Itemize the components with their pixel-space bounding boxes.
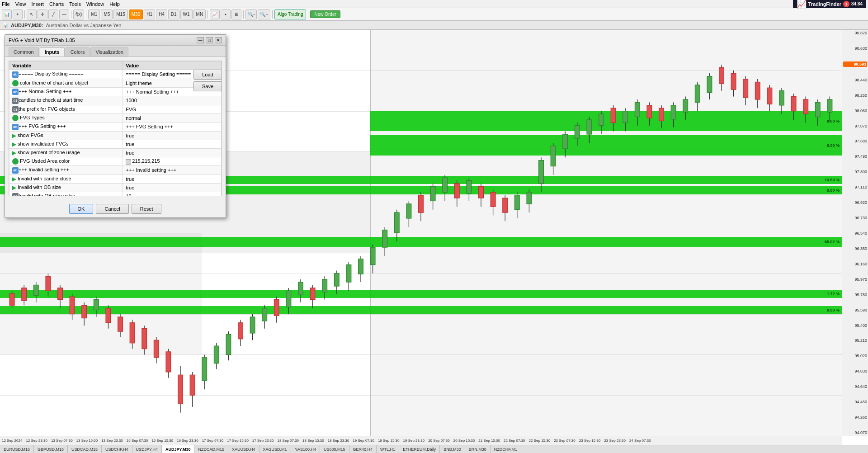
symbol-tab[interactable]: BRN,M30	[465, 445, 491, 453]
value-cell[interactable]: normal	[123, 114, 222, 123]
tf-h4[interactable]: H4	[156, 9, 167, 19]
symbol-tab[interactable]: NZDCAD,M15	[194, 445, 228, 453]
value-cell[interactable]: +++ Invalid setting +++	[123, 166, 222, 175]
symbol-tab[interactable]: US500,M15	[320, 445, 349, 453]
variable-cell: FVG Usded Area color	[9, 157, 123, 165]
tf-d1[interactable]: D1	[168, 9, 179, 19]
dialog-minimize-btn[interactable]: —	[197, 37, 204, 43]
menu-insert[interactable]: Insert	[31, 1, 44, 7]
table-row: FVG Usded Area color215,215,215	[9, 157, 222, 165]
symbol-tab[interactable]: ETHEREUM,Daily	[399, 445, 440, 453]
line-btn[interactable]: ╱	[48, 9, 58, 19]
variable-cell: ▶show percent of zone usage	[9, 148, 123, 157]
variable-cell: ▶Invalid with OB size	[9, 183, 123, 192]
tab-colors[interactable]: Colors	[66, 47, 90, 57]
variable-cell: color theme of chart and object	[9, 79, 123, 87]
new-chart-btn[interactable]: 📊	[2, 9, 12, 19]
dialog-close-btn[interactable]: ✕	[215, 37, 222, 43]
value-cell[interactable]: 1000	[123, 96, 222, 105]
symbol-tab[interactable]: USDJPY,H4	[132, 445, 162, 453]
symbol-tabs: EURUSD,M15GBPUSD,M15USDCAD,M15USDCHF,H4U…	[0, 445, 868, 453]
menu-bar: File View Insert Charts Tools Window Hel…	[0, 0, 868, 8]
load-btn[interactable]: Load	[193, 70, 222, 80]
tf-m30[interactable]: M30	[129, 9, 143, 19]
dialog-overlay: FVG + Void MT By TFlab 1.05 — □ ✕ Common…	[0, 30, 868, 445]
value-cell[interactable]: true	[123, 140, 222, 148]
value-cell[interactable]: true	[123, 175, 222, 183]
tf-m5[interactable]: M5	[101, 9, 113, 19]
symbol-tab[interactable]: USDCHF,H4	[102, 445, 132, 453]
value-cell[interactable]: 215,215,215	[123, 157, 222, 165]
tf-h1[interactable]: H1	[144, 9, 155, 19]
tab-inputs[interactable]: Inputs	[40, 47, 65, 57]
table-row: ab+++ Invalid setting ++++++ Invalid set…	[9, 166, 222, 175]
symbol-tab[interactable]: GER40,H4	[349, 445, 377, 453]
symbol-tab[interactable]: XAGUSD,M1	[259, 445, 291, 453]
tf-m1[interactable]: M1	[88, 9, 100, 19]
table-row: 01the prefix for FVG objectsFVG	[9, 105, 222, 114]
chart-type-btn[interactable]: 📈	[210, 9, 220, 19]
dialog-buttons: OK Cancel Reset	[5, 200, 226, 217]
symbol-tab[interactable]: NZDCHF,M1	[491, 445, 521, 453]
instrument-icon: 📊	[3, 23, 8, 28]
tf-w1[interactable]: W1	[180, 9, 193, 19]
value-cell[interactable]: true	[123, 131, 222, 140]
symbol-tab[interactable]: AUDJPY,M30	[162, 445, 195, 453]
symbol-tab[interactable]: XAUUSD,H4	[228, 445, 259, 453]
table-row: color theme of chart and objectLight the…	[9, 79, 222, 87]
new-order-btn[interactable]: New Order	[310, 10, 340, 18]
variable-cell: ▶show FVGs	[9, 131, 123, 140]
hline-btn[interactable]: —	[59, 9, 69, 19]
settings-table-container[interactable]: Variable Value ab===== Display Setting =…	[9, 61, 222, 196]
dialog-tabs: Common Inputs Colors Visualization	[5, 46, 226, 57]
value-cell[interactable]: 10	[123, 192, 222, 196]
tf-mn[interactable]: MN	[193, 9, 206, 19]
menu-file[interactable]: File	[2, 1, 10, 7]
zoom-out-chart-btn[interactable]: 🔍-	[245, 9, 257, 19]
variable-cell: ab+++ FVG Setting +++	[9, 123, 123, 132]
cancel-btn[interactable]: Cancel	[96, 204, 128, 214]
save-btn[interactable]: Save	[193, 81, 222, 91]
reset-btn[interactable]: Reset	[132, 204, 162, 214]
ok-btn[interactable]: OK	[69, 204, 94, 214]
instrument-name: AUDJPY,M30:	[11, 23, 43, 28]
menu-charts[interactable]: Charts	[49, 1, 64, 7]
symbol-tab[interactable]: GBPUSD,M15	[34, 445, 68, 453]
algo-trading-btn[interactable]: Algo Trading	[274, 9, 306, 19]
tab-common[interactable]: Common	[9, 47, 39, 57]
table-row: ▶show FVGstrue	[9, 131, 222, 140]
symbol-tab[interactable]: EURUSD,M15	[0, 445, 34, 453]
dialog-maximize-btn[interactable]: □	[206, 37, 213, 43]
dialog-titlebar: FVG + Void MT By TFlab 1.05 — □ ✕	[5, 35, 226, 46]
menu-tools[interactable]: Tools	[69, 1, 81, 7]
tf-m15[interactable]: M15	[113, 9, 127, 19]
table-row: ab===== Display Setting ========== Displ…	[9, 70, 222, 79]
menu-window[interactable]: Window	[86, 1, 104, 7]
chart-grid-btn[interactable]: ⊞	[231, 9, 241, 19]
menu-view[interactable]: View	[15, 1, 26, 7]
tab-visualization[interactable]: Visualization	[90, 47, 128, 57]
symbol-tab[interactable]: WTL,H1	[377, 445, 399, 453]
table-row: 01Invalid with OB size value10	[9, 192, 222, 196]
variable-cell: ab+++ Invalid setting +++	[9, 166, 123, 175]
value-cell[interactable]: +++ FVG Setting +++	[123, 123, 222, 132]
zoom-in-btn[interactable]: +	[13, 9, 23, 19]
value-cell[interactable]: FVG	[123, 105, 222, 114]
variable-cell: ab+++ Normal Setting +++	[9, 87, 123, 96]
instrument-description: Australian Dollar vs Japanese Yen	[46, 23, 122, 28]
crosshair-btn[interactable]: ✛	[38, 9, 47, 19]
indicator-btn[interactable]: f(x)	[73, 9, 84, 19]
value-cell[interactable]: true	[123, 183, 222, 192]
cursor-btn[interactable]: ↖	[27, 9, 37, 19]
variable-cell: 01the prefix for FVG objects	[9, 105, 123, 114]
symbol-tab[interactable]: NAS100,H4	[291, 445, 321, 453]
table-row: FVG Typesnormal	[9, 114, 222, 123]
symbol-tab[interactable]: USDCAD,M15	[68, 445, 102, 453]
symbol-tab[interactable]: BNB,M30	[440, 445, 465, 453]
chart-fill-btn[interactable]: ▪	[221, 9, 231, 19]
table-row: ▶Invalid with candle closetrue	[9, 175, 222, 183]
menu-help[interactable]: Help	[109, 1, 120, 7]
value-cell[interactable]: true	[123, 148, 222, 157]
table-row: ab+++ Normal Setting ++++++ Normal Setti…	[9, 87, 222, 96]
zoom-in-chart-btn[interactable]: 🔍+	[258, 9, 270, 19]
